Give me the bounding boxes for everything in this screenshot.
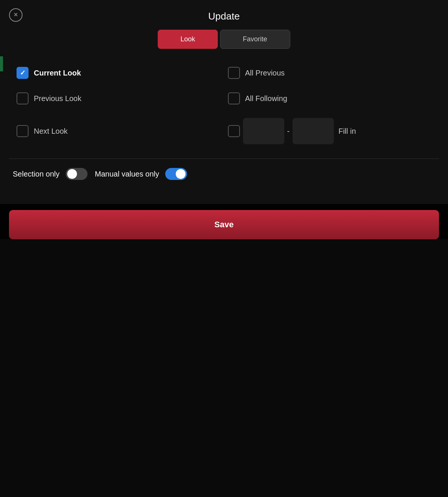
range-end-input[interactable]: [293, 118, 334, 144]
divider-1: [9, 159, 439, 159]
range-dash: -: [287, 127, 290, 136]
tab-favorite[interactable]: Favorite: [220, 30, 290, 49]
range-start-input[interactable]: [243, 118, 284, 144]
option-all-following: All Following: [224, 86, 436, 111]
toggle-row: Selection only Manual values only: [9, 163, 439, 185]
toggle-group-manual: Manual values only: [95, 168, 187, 180]
checkbox-all-previous[interactable]: [228, 67, 240, 79]
checkbox-range[interactable]: [228, 125, 240, 137]
close-icon: ×: [14, 11, 18, 19]
label-current-look: Current Look: [34, 69, 81, 77]
checkbox-all-following[interactable]: [228, 92, 240, 104]
bottom-area: [0, 239, 448, 497]
modal-title: Update: [208, 11, 240, 22]
toggle-manual-values[interactable]: [165, 168, 187, 180]
left-accent-bar: [0, 56, 3, 71]
option-current-look: Current Look: [13, 60, 224, 86]
tab-look[interactable]: Look: [158, 30, 217, 49]
option-all-previous: All Previous: [224, 60, 436, 86]
checkbox-current-look[interactable]: [17, 67, 29, 79]
label-manual-values: Manual values only: [95, 170, 159, 178]
modal-panel: × Update Look Favorite Current Look All …: [0, 0, 448, 204]
label-all-following: All Following: [245, 94, 287, 103]
option-next-look: Next Look: [13, 111, 224, 151]
fill-in-label: Fill in: [338, 127, 356, 136]
close-button[interactable]: ×: [9, 8, 23, 22]
label-next-look: Next Look: [34, 127, 68, 136]
option-previous-look: Previous Look: [13, 86, 224, 111]
modal-header: × Update: [9, 8, 439, 22]
toggle-knob-manual: [176, 169, 186, 179]
label-previous-look: Previous Look: [34, 94, 81, 103]
option-range: - Fill in: [224, 111, 436, 151]
options-grid: Current Look All Previous Previous Look …: [9, 60, 439, 151]
label-all-previous: All Previous: [245, 69, 285, 77]
tab-group: Look Favorite: [9, 30, 439, 49]
toggle-selection-only[interactable]: [66, 168, 87, 180]
checkbox-next-look[interactable]: [17, 125, 29, 137]
modal-overlay: × Update Look Favorite Current Look All …: [0, 0, 448, 497]
label-selection-only: Selection only: [13, 170, 60, 178]
toggle-group-selection: Selection only: [13, 168, 87, 180]
checkbox-previous-look[interactable]: [17, 92, 29, 104]
save-button[interactable]: Save: [9, 210, 439, 239]
toggle-knob-selection: [67, 169, 77, 179]
